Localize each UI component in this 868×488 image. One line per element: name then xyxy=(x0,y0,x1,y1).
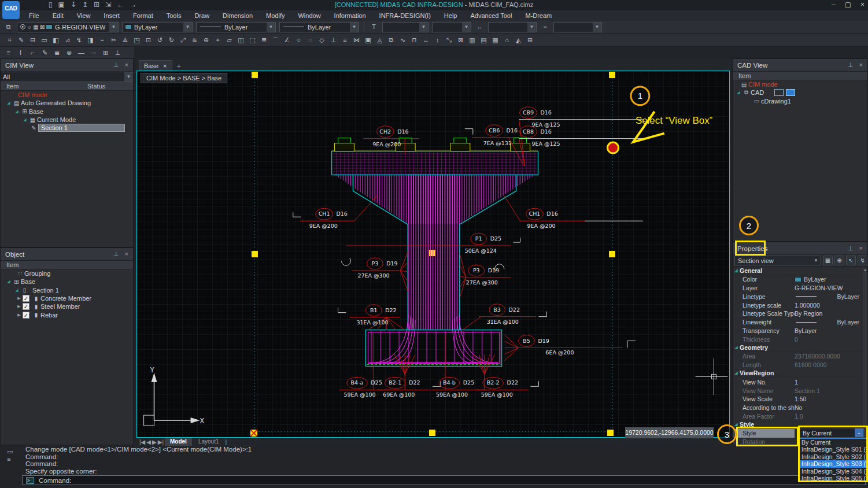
property-row-view-name[interactable]: View Name Section 1 xyxy=(733,386,867,395)
menu-item[interactable]: M-Dream xyxy=(525,12,552,19)
draw-tool-icon[interactable]: ▱ xyxy=(224,35,234,45)
dim-style-combo[interactable]: ▼ xyxy=(432,22,471,32)
collapsed-arrow-icon[interactable]: ▶ xyxy=(16,296,23,301)
visibility-checkbox[interactable]: ✓ xyxy=(23,312,29,319)
tree-item-concrete-member[interactable]: ▶ ✓ ▮ Concrete Member xyxy=(1,294,133,302)
draw-tool-icon[interactable]: ✎ xyxy=(16,35,26,45)
cim-view-filter-combo[interactable]: All▼ xyxy=(1,72,133,82)
draw-tool-icon[interactable]: ▣ xyxy=(363,35,373,45)
sun-icon[interactable]: ☼ xyxy=(27,24,32,30)
menu-item[interactable]: Dimension xyxy=(223,12,253,19)
layer-manager-icon[interactable]: ⧉ xyxy=(3,22,13,32)
property-row-linetype-scale-type[interactable]: Linetype Scale Type By Region xyxy=(733,309,867,318)
first-tab-icon[interactable]: |◀ xyxy=(139,439,145,445)
property-row-linetype-scale[interactable]: Linetype scale 1.000000 xyxy=(733,301,867,309)
freeze-icon[interactable]: ▦ xyxy=(33,24,38,30)
menu-item[interactable]: Window xyxy=(298,12,320,19)
visibility-checkbox[interactable]: ✓ xyxy=(23,303,29,310)
bulb-icon[interactable]: ⦿ xyxy=(20,24,25,30)
drawing-canvas[interactable]: CIM Mode > BASE > Base 19720.9602,-12966… xyxy=(136,71,730,438)
annotation-tool-icon[interactable]: ⊥ xyxy=(113,48,123,58)
menu-item[interactable]: Insert xyxy=(104,12,120,19)
draw-tool-icon[interactable]: ⊕ xyxy=(201,35,211,45)
tree-item-section-1[interactable]: ✎ Section 1 xyxy=(1,124,133,132)
mleader-style-combo[interactable]: ▼ xyxy=(553,22,602,32)
section-viewregion[interactable]: ◢ViewRegion xyxy=(733,369,867,378)
toggle-pickadd-icon[interactable]: ↯ xyxy=(858,256,867,265)
minimize-button[interactable]: – xyxy=(832,1,836,9)
draw-tool-icon[interactable]: ▦ xyxy=(490,35,500,45)
draw-tool-icon[interactable]: ⧉ xyxy=(386,35,396,45)
close-icon[interactable]: × xyxy=(859,245,863,252)
draw-tool-icon[interactable]: ≋ xyxy=(190,35,200,45)
draw-tool-icon[interactable]: ⊥ xyxy=(328,35,338,45)
last-tab-icon[interactable]: ▶| xyxy=(158,439,164,445)
table-style-combo[interactable]: ▼ xyxy=(488,22,537,32)
chevron-down-icon[interactable]: ▼ xyxy=(814,258,821,263)
draw-tool-icon[interactable]: ⊡ xyxy=(143,35,153,45)
pin-icon[interactable]: ⊥ xyxy=(848,245,854,252)
property-row-layer[interactable]: Layer G-REGION-VIEW xyxy=(733,284,867,293)
draw-tool-icon[interactable]: ≡ xyxy=(340,35,350,45)
draw-tool-icon[interactable]: ○ xyxy=(294,35,304,45)
menu-item[interactable]: View xyxy=(77,12,91,19)
property-row-transparency[interactable]: Transparency ByLayer xyxy=(733,327,867,335)
property-row-lineweight[interactable]: Lineweight ByLayer xyxy=(733,318,867,327)
draw-tool-icon[interactable]: ◬ xyxy=(375,35,385,45)
command-window-grip-icon[interactable]: ▭≡ xyxy=(7,448,13,463)
draw-tool-icon[interactable]: ◇ xyxy=(317,35,327,45)
expander-icon[interactable]: ◢ xyxy=(13,109,20,114)
draw-tool-icon[interactable]: ⊟ xyxy=(28,35,38,45)
expander-icon[interactable]: ◢ xyxy=(13,288,20,293)
draw-tool-icon[interactable]: ◧ xyxy=(51,35,61,45)
menu-item[interactable]: Format xyxy=(133,12,153,19)
property-row-view-no[interactable]: View No. 1 xyxy=(733,378,867,386)
chevron-down-icon[interactable]: ▼ xyxy=(183,23,192,32)
lock-icon[interactable]: ⊠ xyxy=(40,24,45,30)
draw-tool-icon[interactable]: ⊞ xyxy=(525,35,535,45)
property-row-view-scale[interactable]: View Scale 1:50 xyxy=(733,395,867,404)
close-icon[interactable]: × xyxy=(125,61,128,69)
draw-tool-icon[interactable]: ⌗ xyxy=(5,35,14,45)
tree-item-cad[interactable]: ◢ ⧉ CAD xyxy=(733,88,867,97)
pin-icon[interactable]: ⊥ xyxy=(113,61,119,69)
property-row-linetype[interactable]: Linetype ByLayer xyxy=(733,292,867,301)
menu-item[interactable]: INFRA-DESIGN(I) xyxy=(379,12,431,19)
active-viewport-icon[interactable] xyxy=(786,89,795,96)
expander-icon[interactable]: ◢ xyxy=(735,90,742,95)
next-tab-icon[interactable]: ▶ xyxy=(152,439,157,445)
draw-tool-icon[interactable]: ✂ xyxy=(109,35,119,45)
menu-item[interactable]: Information xyxy=(334,12,366,19)
property-row-color[interactable]: Color ByLayer xyxy=(733,275,867,284)
annotation-tool-icon[interactable]: ⋯ xyxy=(88,48,98,58)
property-row-area[interactable]: Area 237160000.0000 xyxy=(733,352,867,361)
annotation-tool-icon[interactable]: ✎ xyxy=(40,48,50,58)
draw-tool-icon[interactable]: ⤡ xyxy=(444,35,454,45)
chevron-down-icon[interactable]: ▼ xyxy=(267,23,275,32)
annotation-tool-icon[interactable]: I xyxy=(16,48,25,58)
expander-icon[interactable]: ◢ xyxy=(5,279,12,284)
draw-tool-icon[interactable]: ⊓ xyxy=(409,35,419,45)
draw-tool-icon[interactable]: ◫ xyxy=(236,35,246,45)
text-style-combo[interactable]: ▼ xyxy=(382,22,429,32)
pin-icon[interactable]: ⊥ xyxy=(848,61,854,69)
tree-item-current-mode[interactable]: ◢ ▦ Current Mode xyxy=(1,116,133,124)
properties-scrollbar[interactable]: ▲ xyxy=(863,268,867,445)
draw-tool-icon[interactable]: ◳ xyxy=(132,35,142,45)
property-row-area-factor[interactable]: Area Factor 1.0 xyxy=(733,412,867,421)
draw-tool-icon[interactable]: ↔ xyxy=(421,35,431,45)
pin-icon[interactable]: ⊥ xyxy=(113,250,119,258)
command-input[interactable]: >_ Command: xyxy=(22,475,866,485)
color-combo[interactable]: ByLayer ▼ xyxy=(122,22,193,32)
tree-item-steel-member[interactable]: ▶ ✓ ▮ Steel Member xyxy=(1,302,133,310)
hot-grip-handle[interactable] xyxy=(250,430,257,437)
tree-item-cim-mode[interactable]: ▤ CIM mode xyxy=(733,80,867,88)
dimension-style-icon[interactable]: ↔ xyxy=(475,22,485,32)
draw-tool-icon[interactable]: ⊿ xyxy=(62,35,72,45)
select-objects-icon[interactable]: ↖ xyxy=(846,256,856,265)
menu-item[interactable]: Draw xyxy=(194,12,209,19)
expander-icon[interactable]: ◢ xyxy=(21,117,28,122)
draw-tool-icon[interactable]: ◭ xyxy=(514,35,523,45)
tree-item-cdrawing1[interactable]: ▭ cDrawing1 xyxy=(733,97,867,105)
draw-tool-icon[interactable]: ↕ xyxy=(433,35,442,45)
